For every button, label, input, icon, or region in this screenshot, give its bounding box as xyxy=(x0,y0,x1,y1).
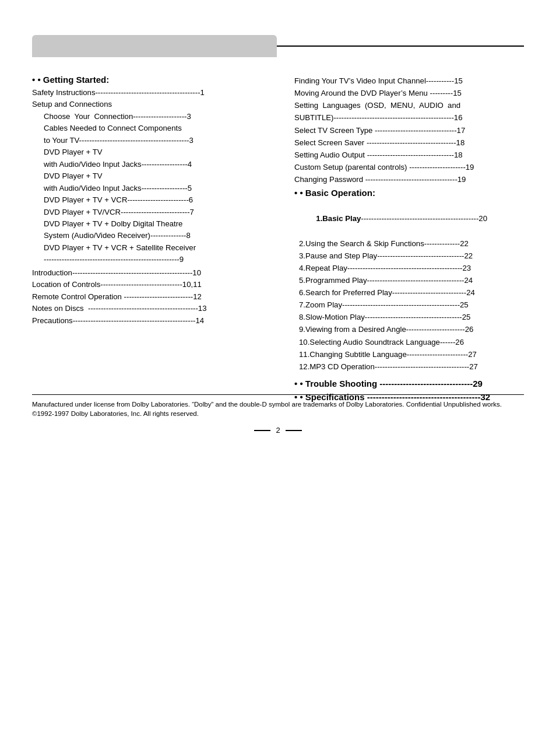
left-column: • Getting Started: Safety Instructions--… xyxy=(32,75,277,327)
toc-entry: 7.Zoom Play-----------------------------… xyxy=(299,299,524,311)
toc-entry: 11.Changing Subtitle Language-----------… xyxy=(299,348,524,360)
header-gray-box xyxy=(32,35,277,57)
toc-entry: 9.Viewing from a Desired Angle----------… xyxy=(299,323,524,335)
toc-entry: Remote Control Operation ---------------… xyxy=(32,291,277,303)
toc-entry: DVD Player + TV + VCR + Satellite Receiv… xyxy=(32,242,277,254)
toc-entry: 5.Programmed Play-----------------------… xyxy=(299,274,524,286)
toc-entry: System (Audio/Video Receiver)-----------… xyxy=(32,230,277,242)
footer: Manufactured under license from Dolby La… xyxy=(32,394,524,435)
header-bar xyxy=(32,35,524,57)
toc-entry: 2.Using the Search & Skip Functions-----… xyxy=(299,237,524,250)
toc-entry: Safety Instructions---------------------… xyxy=(32,87,277,99)
toc-entry: Finding Your TV’s Video Input Channel---… xyxy=(294,75,524,87)
toc-entry: Location of Controls--------------------… xyxy=(32,279,277,290)
header-line xyxy=(277,46,524,47)
right-column: Finding Your TV’s Video Input Channel---… xyxy=(294,75,524,405)
toc-entry: 6.Search for Preferred Play-------------… xyxy=(299,286,524,299)
toc-entry: Moving Around the DVD Player’s Menu ----… xyxy=(294,87,524,99)
toc-entry: DVD Player + TV + Dolby Digital Theatre xyxy=(32,218,277,230)
toc-entry: DVD Player + TV xyxy=(32,146,277,158)
basic-operation-header: • Basic Operation: xyxy=(294,188,524,198)
toc-entry: SUBTITLE)-------------------------------… xyxy=(294,111,524,124)
toc-entry: 3.Pause and Step Play-------------------… xyxy=(299,250,524,262)
toc-entry: Changing Password ----------------------… xyxy=(294,173,524,186)
toc-entry: DVD Player + TV xyxy=(32,170,277,182)
toc-entry: 10.Selecting Audio Soundtrack Language--… xyxy=(299,336,524,348)
trouble-shooting-header: • Trouble Shooting ---------------------… xyxy=(294,379,524,388)
toc-entry: Cables Needed to Connect Components xyxy=(32,123,277,134)
toc-entry: Notes on Discs -------------------------… xyxy=(32,303,277,314)
toc-entry: Setting Audio Output -------------------… xyxy=(294,149,524,161)
toc-entry: 8.Slow-Motion Play----------------------… xyxy=(299,311,524,323)
toc-entry: Setting Languages (OSD, MENU, AUDIO and xyxy=(294,99,524,111)
toc-entry: DVD Player + TV/VCR---------------------… xyxy=(32,206,277,218)
toc-entry: with Audio/Video Input Jacks------------… xyxy=(32,183,277,194)
page-dash-left xyxy=(254,430,270,431)
toc-entry: Custom Setup (parental controls) -------… xyxy=(294,161,524,173)
content-columns: • Getting Started: Safety Instructions--… xyxy=(32,75,524,405)
page-number-area: 2 xyxy=(32,426,524,435)
toc-entry: Select Screen Saver --------------------… xyxy=(294,136,524,149)
getting-started-header: • Getting Started: xyxy=(32,75,277,85)
toc-entry: 4.Repeat Play---------------------------… xyxy=(299,262,524,274)
toc-entry: to Your TV------------------------------… xyxy=(32,135,277,146)
toc-entry: 12.MP3 CD Operation---------------------… xyxy=(299,360,524,373)
toc-entry: Choose Your Connection------------------… xyxy=(32,111,277,123)
toc-entry: Select TV Screen Type ------------------… xyxy=(294,124,524,136)
toc-entry: 1.Basic Play----------------------------… xyxy=(299,200,524,237)
toc-entry: DVD Player + TV + VCR-------------------… xyxy=(32,194,277,206)
footer-text: Manufactured under license from Dolby La… xyxy=(32,400,524,419)
page-number: 2 xyxy=(276,426,280,435)
toc-entry: Setup and Connections xyxy=(32,99,277,110)
toc-entry: ----------------------------------------… xyxy=(32,254,277,265)
toc-entry: with Audio/Video Input Jacks------------… xyxy=(32,159,277,170)
page-wrapper: • Getting Started: Safety Instructions--… xyxy=(0,0,556,452)
page-dash-right xyxy=(286,430,302,431)
toc-entry: Introduction----------------------------… xyxy=(32,267,277,279)
toc-entry: Precautions-----------------------------… xyxy=(32,315,277,327)
